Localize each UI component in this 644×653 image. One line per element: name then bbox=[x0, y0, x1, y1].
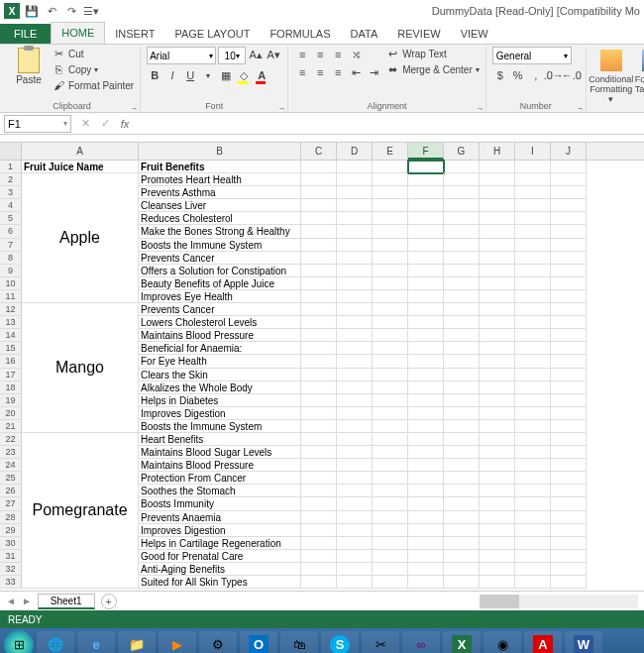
cell-F15[interactable] bbox=[408, 342, 444, 355]
row-header-11[interactable]: 11 bbox=[0, 290, 22, 303]
cell-J15[interactable] bbox=[551, 342, 587, 355]
cell-J5[interactable] bbox=[551, 212, 587, 225]
cell-E15[interactable] bbox=[373, 342, 408, 355]
cell-I10[interactable] bbox=[515, 277, 551, 290]
conditional-formatting-button[interactable]: ConditionalFormatting ▾ bbox=[592, 47, 630, 104]
cell-D12[interactable] bbox=[337, 303, 373, 316]
font-name-select[interactable]: Arial▾ bbox=[147, 47, 216, 64]
cell-C7[interactable] bbox=[301, 239, 337, 252]
fill-color-button[interactable]: ◇ bbox=[236, 67, 252, 83]
cell-I5[interactable] bbox=[515, 212, 551, 225]
cell-D28[interactable] bbox=[337, 511, 373, 524]
cell-H2[interactable] bbox=[480, 173, 515, 186]
cell-D1[interactable] bbox=[337, 161, 373, 173]
decrease-font-icon[interactable]: A▾ bbox=[266, 47, 281, 62]
cell-I19[interactable] bbox=[515, 394, 551, 407]
merged-cell-pomegranate[interactable]: Pomegranate bbox=[22, 433, 139, 589]
row-header-29[interactable]: 29 bbox=[0, 524, 22, 537]
cell-H1[interactable] bbox=[480, 161, 515, 173]
cell-G29[interactable] bbox=[444, 524, 480, 537]
cell-F24[interactable] bbox=[408, 459, 444, 472]
cell-G14[interactable] bbox=[444, 329, 480, 342]
cell-I17[interactable] bbox=[515, 369, 551, 381]
cell-J33[interactable] bbox=[551, 576, 587, 589]
indent-increase-icon[interactable]: ⇥ bbox=[366, 64, 381, 80]
cell-E25[interactable] bbox=[373, 472, 408, 485]
cell-J4[interactable] bbox=[551, 199, 587, 212]
cell-D10[interactable] bbox=[337, 277, 373, 290]
cell-D27[interactable] bbox=[337, 497, 373, 510]
underline-dropdown-icon[interactable]: ▾ bbox=[200, 67, 216, 83]
column-header-F[interactable]: F bbox=[408, 143, 444, 160]
cell-B26[interactable]: Soothes the Stomach bbox=[139, 485, 301, 497]
row-header-16[interactable]: 16 bbox=[0, 355, 22, 368]
cell-E16[interactable] bbox=[373, 355, 408, 368]
italic-button[interactable]: I bbox=[164, 67, 180, 83]
cell-C3[interactable] bbox=[301, 186, 337, 199]
cell-E31[interactable] bbox=[373, 550, 408, 563]
cell-E29[interactable] bbox=[373, 524, 408, 537]
cell-E2[interactable] bbox=[373, 173, 408, 186]
merged-cell-mango[interactable]: Mango bbox=[22, 303, 139, 433]
cell-E7[interactable] bbox=[373, 239, 408, 252]
cell-E18[interactable] bbox=[373, 381, 408, 394]
cell-C11[interactable] bbox=[301, 290, 337, 303]
cell-J31[interactable] bbox=[551, 550, 587, 563]
cell-F21[interactable] bbox=[408, 420, 444, 433]
cell-H28[interactable] bbox=[480, 511, 515, 524]
cell-H17[interactable] bbox=[480, 369, 515, 381]
cell-C32[interactable] bbox=[301, 563, 337, 576]
cell-I25[interactable] bbox=[515, 472, 551, 485]
cell-C8[interactable] bbox=[301, 252, 337, 265]
cell-B6[interactable]: Make the Bones Strong & Healthy bbox=[139, 225, 301, 238]
cell-B30[interactable]: Helps in Cartilage Regeneration bbox=[139, 537, 301, 550]
orientation-icon[interactable]: ⤭ bbox=[348, 47, 364, 62]
cell-I14[interactable] bbox=[515, 329, 551, 342]
align-left-icon[interactable]: ≡ bbox=[294, 64, 310, 80]
cell-G27[interactable] bbox=[444, 497, 480, 510]
cell-D19[interactable] bbox=[337, 394, 373, 407]
cell-H15[interactable] bbox=[480, 342, 515, 355]
cell-H23[interactable] bbox=[480, 446, 515, 459]
cell-D23[interactable] bbox=[337, 446, 373, 459]
name-box[interactable]: F1▾ bbox=[4, 115, 71, 133]
cell-I33[interactable] bbox=[515, 576, 551, 589]
cell-F2[interactable] bbox=[408, 173, 444, 186]
cell-F31[interactable] bbox=[408, 550, 444, 563]
taskbar-app-snip[interactable]: ✂ bbox=[362, 631, 399, 654]
cell-F33[interactable] bbox=[408, 576, 444, 589]
row-header-13[interactable]: 13 bbox=[0, 316, 22, 329]
cell-I28[interactable] bbox=[515, 511, 551, 524]
cell-E20[interactable] bbox=[373, 407, 408, 420]
cell-F25[interactable] bbox=[408, 472, 444, 485]
cell-C20[interactable] bbox=[301, 407, 337, 420]
cell-E9[interactable] bbox=[373, 265, 408, 277]
cell-G26[interactable] bbox=[444, 485, 480, 497]
tab-view[interactable]: VIEW bbox=[451, 24, 498, 44]
cell-G8[interactable] bbox=[444, 252, 480, 265]
cell-J16[interactable] bbox=[551, 355, 587, 368]
cell-E1[interactable] bbox=[373, 161, 408, 173]
cell-H13[interactable] bbox=[480, 316, 515, 329]
cell-H9[interactable] bbox=[480, 265, 515, 277]
cell-G32[interactable] bbox=[444, 563, 480, 576]
cell-G33[interactable] bbox=[444, 576, 480, 589]
border-button[interactable]: ▦ bbox=[218, 67, 234, 83]
cell-D20[interactable] bbox=[337, 407, 373, 420]
cell-C17[interactable] bbox=[301, 369, 337, 381]
cell-B7[interactable]: Boosts the Immune System bbox=[139, 239, 301, 252]
cell-D11[interactable] bbox=[337, 290, 373, 303]
cell-H11[interactable] bbox=[480, 290, 515, 303]
cell-F7[interactable] bbox=[408, 239, 444, 252]
cell-J23[interactable] bbox=[551, 446, 587, 459]
cell-I6[interactable] bbox=[515, 225, 551, 238]
cell-D3[interactable] bbox=[337, 186, 373, 199]
comma-icon[interactable]: , bbox=[528, 67, 544, 83]
cell-G13[interactable] bbox=[444, 316, 480, 329]
cell-D2[interactable] bbox=[337, 173, 373, 186]
cell-G25[interactable] bbox=[444, 472, 480, 485]
redo-icon[interactable]: ↷ bbox=[63, 3, 79, 19]
taskbar-app-word[interactable]: W bbox=[565, 631, 602, 654]
cell-J10[interactable] bbox=[551, 277, 587, 290]
cell-I1[interactable] bbox=[515, 161, 551, 173]
